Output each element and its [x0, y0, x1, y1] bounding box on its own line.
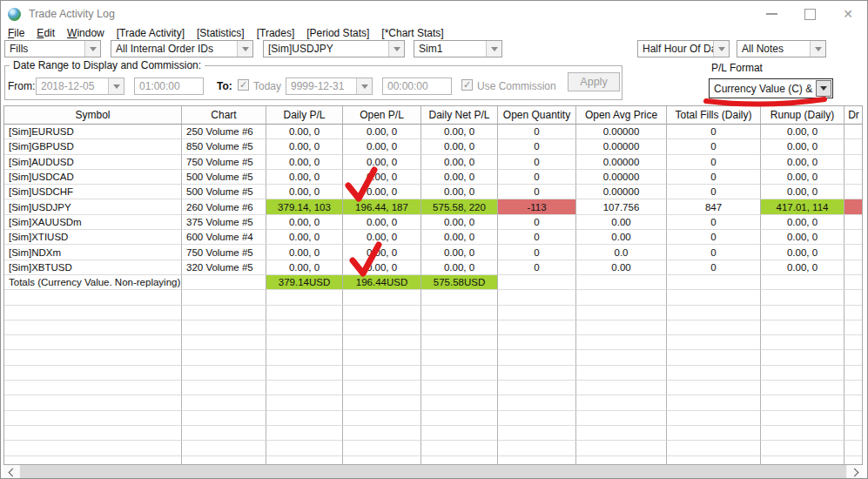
- table-cell[interactable]: [421, 306, 498, 320]
- table-cell[interactable]: [266, 290, 343, 305]
- scroll-left-button[interactable]: [3, 465, 19, 479]
- table-cell[interactable]: 0.00, 0: [343, 170, 421, 185]
- table-cell[interactable]: 0.00000: [576, 185, 667, 199]
- table-cell[interactable]: 107.756: [576, 199, 667, 214]
- table-cell[interactable]: [844, 155, 863, 170]
- table-cell[interactable]: [761, 426, 844, 441]
- table-cell[interactable]: [844, 290, 863, 305]
- table-cell[interactable]: 0: [667, 139, 761, 154]
- table-cell[interactable]: [421, 335, 498, 350]
- table-cell[interactable]: [Sim]XAUUSDm: [4, 215, 182, 230]
- table-cell[interactable]: 600 Volume #4: [182, 230, 266, 245]
- table-cell[interactable]: [576, 456, 667, 465]
- table-cell[interactable]: [182, 395, 266, 410]
- table-cell[interactable]: 0.00, 0: [343, 185, 421, 199]
- table-cell[interactable]: [Sim]USDCAD: [4, 170, 182, 185]
- table-cell[interactable]: [498, 306, 576, 320]
- table-cell[interactable]: [576, 381, 667, 395]
- table-cell[interactable]: [4, 411, 182, 426]
- table-cell[interactable]: [498, 350, 576, 365]
- table-cell[interactable]: 0: [667, 125, 761, 139]
- table-cell[interactable]: [498, 275, 576, 290]
- table-cell[interactable]: 196.44, 187: [343, 199, 421, 214]
- table-cell[interactable]: [761, 335, 844, 350]
- table-cell[interactable]: 0.00: [576, 260, 667, 275]
- table-cell[interactable]: 0: [667, 215, 761, 230]
- table-cell[interactable]: 0: [667, 185, 761, 199]
- to-date-select[interactable]: 9999-12-31: [286, 78, 373, 95]
- table-cell[interactable]: [Sim]EURUSD: [4, 125, 182, 139]
- table-cell[interactable]: [498, 426, 576, 441]
- table-cell[interactable]: 0: [667, 230, 761, 245]
- table-cell[interactable]: [667, 275, 761, 290]
- table-cell[interactable]: 0.00, 0: [761, 139, 844, 154]
- table-cell[interactable]: [498, 366, 576, 381]
- table-cell[interactable]: 0.00, 0: [421, 185, 498, 199]
- table-cell[interactable]: [844, 199, 863, 214]
- fills-select[interactable]: Fills: [4, 40, 101, 57]
- table-cell[interactable]: [667, 290, 761, 305]
- table-cell[interactable]: [Sim]GBPUSD: [4, 139, 182, 154]
- table-cell[interactable]: [761, 381, 844, 395]
- table-cell[interactable]: [667, 335, 761, 350]
- table-cell[interactable]: [576, 320, 667, 335]
- table-cell[interactable]: 847: [667, 199, 761, 214]
- table-cell[interactable]: [182, 411, 266, 426]
- table-cell[interactable]: [761, 306, 844, 320]
- table-cell[interactable]: [Sim]XTIUSD: [4, 230, 182, 245]
- table-cell[interactable]: 0.00, 0: [343, 125, 421, 139]
- table-cell[interactable]: [4, 335, 182, 350]
- table-cell[interactable]: 0.00, 0: [266, 260, 343, 275]
- table-cell[interactable]: 379.14USD: [266, 275, 343, 290]
- table-cell[interactable]: 0.00, 0: [266, 170, 343, 185]
- table-cell[interactable]: 0.00, 0: [761, 125, 844, 139]
- table-cell[interactable]: [266, 350, 343, 365]
- menu-trades[interactable]: [Trades]: [257, 27, 295, 41]
- account-select[interactable]: Sim1: [414, 40, 502, 57]
- table-cell[interactable]: 375 Volume #5: [182, 215, 266, 230]
- table-cell[interactable]: [421, 441, 498, 455]
- table-cell[interactable]: 0.00, 0: [421, 215, 498, 230]
- table-cell[interactable]: 0.00, 0: [266, 215, 343, 230]
- table-cell[interactable]: 0: [667, 155, 761, 170]
- close-button[interactable]: ✕: [829, 1, 867, 27]
- table-cell[interactable]: 0.00, 0: [343, 230, 421, 245]
- table-cell[interactable]: [421, 426, 498, 441]
- table-cell[interactable]: [4, 441, 182, 455]
- table-cell[interactable]: [182, 335, 266, 350]
- table-cell[interactable]: [761, 366, 844, 381]
- table-cell[interactable]: 0: [498, 170, 576, 185]
- table-cell[interactable]: 0: [498, 125, 576, 139]
- table-cell[interactable]: 0.00, 0: [761, 215, 844, 230]
- table-cell[interactable]: 0: [498, 215, 576, 230]
- table-cell[interactable]: 0.00, 0: [343, 245, 421, 260]
- table-cell[interactable]: 0.00, 0: [761, 245, 844, 260]
- table-cell[interactable]: [761, 395, 844, 410]
- table-cell[interactable]: [4, 290, 182, 305]
- table-cell[interactable]: [343, 306, 421, 320]
- table-cell[interactable]: [667, 381, 761, 395]
- table-cell[interactable]: 417.01, 114: [761, 199, 844, 214]
- table-cell[interactable]: [4, 381, 182, 395]
- table-cell[interactable]: [343, 290, 421, 305]
- table-cell[interactable]: [Sim]XBTUSD: [4, 260, 182, 275]
- menu-period-stats[interactable]: [Period Stats]: [306, 27, 369, 41]
- table-cell[interactable]: 0.00, 0: [343, 139, 421, 154]
- menu-window[interactable]: Window: [67, 27, 104, 41]
- table-cell[interactable]: [266, 306, 343, 320]
- table-cell[interactable]: 0: [498, 230, 576, 245]
- table-cell[interactable]: [844, 275, 863, 290]
- table-cell[interactable]: [761, 275, 844, 290]
- table-cell[interactable]: [Sim]USDCHF: [4, 185, 182, 199]
- table-cell[interactable]: [182, 275, 266, 290]
- table-cell[interactable]: [498, 456, 576, 465]
- table-cell[interactable]: [266, 366, 343, 381]
- table-cell[interactable]: [266, 381, 343, 395]
- table-cell[interactable]: 0.00, 0: [266, 245, 343, 260]
- from-time-field[interactable]: 01:00:00: [134, 78, 204, 95]
- use-commission-checkbox[interactable]: [461, 79, 473, 91]
- table-cell[interactable]: 0.00, 0: [761, 230, 844, 245]
- table-cell[interactable]: [182, 456, 266, 465]
- table-cell[interactable]: Totals (Currency Value. Non-replaying): [4, 275, 182, 290]
- table-cell[interactable]: [421, 381, 498, 395]
